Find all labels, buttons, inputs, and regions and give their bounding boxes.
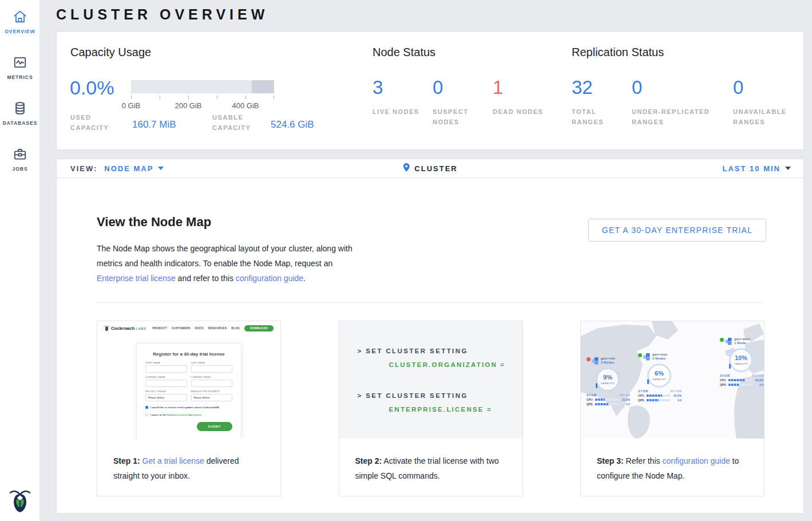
- mini-checkbox-checked: [145, 406, 148, 409]
- step3-card: geo=sfo 2 Nodes 9% CAPACITY 3.2 GiB 351 …: [580, 321, 765, 496]
- node-cube-icon: [725, 337, 732, 345]
- step2-code-block: > SET CLUSTER SETTING CLUSTER.ORGANIZATI…: [339, 321, 522, 439]
- steps-row: Cockroach LABS PRODUCT CUSTOMERS DOCS RE…: [97, 321, 765, 496]
- mini-registration-form: Register for a 30-day trial license FIRS…: [136, 343, 241, 439]
- cockroachdb-logo-icon: [9, 489, 31, 514]
- capacity-percent: 0.0%: [70, 77, 114, 99]
- sidebar-item-databases[interactable]: DATABASES: [0, 101, 40, 126]
- suspect-nodes-value: 0: [433, 77, 443, 98]
- total-ranges-stat: 32 TOTAL RANGES: [572, 77, 632, 127]
- sidebar: OVERVIEW METRICS DATABASES: [0, 0, 40, 521]
- mini-nav-item: BLOG: [231, 327, 240, 330]
- node-marker-sfo: geo=sfo 2 Nodes 9% CAPACITY 3.2 GiB 351 …: [587, 357, 632, 406]
- node-status-dot-red: [587, 357, 591, 361]
- step2-card: > SET CLUSTER SETTING CLUSTER.ORGANIZATI…: [339, 321, 523, 496]
- mini-checkbox-unchecked: [145, 413, 148, 416]
- sidebar-item-jobs[interactable]: JOBS: [0, 147, 40, 172]
- node-cube-icon: [643, 353, 651, 361]
- capacity-usage-title: Capacity Usage: [70, 46, 151, 59]
- mini-nav-item: PRODUCT: [152, 327, 167, 330]
- dead-nodes-label: DEAD NODES: [493, 106, 544, 117]
- under-replicated-ranges-value: 0: [632, 77, 642, 98]
- dead-nodes-stat: 1 DEAD NODES: [493, 77, 553, 127]
- page-title: CLUSTER OVERVIEW: [56, 6, 268, 23]
- home-icon: [13, 16, 27, 26]
- step3-node-map-preview: geo=sfo 2 Nodes 9% CAPACITY 3.2 GiB 351 …: [581, 321, 764, 439]
- section-heading: View the Node Map: [97, 215, 211, 230]
- step2-caption: Step 2: Activate the trial license with …: [339, 439, 522, 483]
- chevron-down-icon: [158, 167, 164, 170]
- gauge-tick-label: 400 GiB: [232, 101, 259, 110]
- suspect-nodes-stat: 0 SUSPECT NODES: [433, 77, 493, 127]
- live-nodes-value: 3: [373, 77, 383, 98]
- step1-caption: Step 1: Get a trial license delivered st…: [97, 439, 280, 483]
- unavailable-ranges-stat: 0 UNAVAILABLE RANGES: [733, 77, 807, 127]
- view-selector-dropdown[interactable]: NODE MAP: [104, 164, 164, 173]
- node-status-dot-green: [720, 338, 724, 342]
- enterprise-trial-license-link[interactable]: Enterprise trial license: [97, 274, 176, 283]
- under-replicated-ranges-label: UNDER-REPLICATED RANGES: [632, 106, 718, 127]
- map-pin-icon: [402, 163, 410, 175]
- cluster-summary-panel: Capacity Usage 0.0% 0 GiB 200 GiB 400 Gi…: [56, 31, 804, 150]
- usable-capacity-value: 524.6 GiB: [271, 119, 314, 131]
- used-capacity-value: 160.7 MiB: [132, 119, 176, 131]
- section-intro: The Node Map shows the geographical layo…: [97, 241, 359, 286]
- mini-submit-button: SUBMIT: [197, 422, 232, 431]
- view-bar: VIEW: NODE MAP CLUSTER LAST 10 MIN: [56, 159, 804, 178]
- metrics-icon: [13, 62, 27, 72]
- database-icon: [13, 108, 27, 117]
- gauge-tick-label: 0 GiB: [122, 101, 141, 110]
- view-label: VIEW:: [70, 164, 97, 173]
- sidebar-item-metrics[interactable]: METRICS: [0, 55, 40, 80]
- briefcase-icon: [13, 153, 27, 163]
- get-trial-license-link[interactable]: Get a trial license: [142, 456, 204, 465]
- mini-nav-item: CUSTOMERS: [172, 327, 191, 330]
- dead-nodes-value: 1: [493, 77, 503, 98]
- time-range-dropdown[interactable]: LAST 10 MIN: [723, 164, 803, 173]
- configuration-guide-link[interactable]: configuration guide: [662, 456, 730, 465]
- cockroach-labs-logo: Cockroach LABS: [104, 325, 146, 331]
- sidebar-item-label: OVERVIEW: [0, 29, 40, 34]
- usable-capacity-label: USABLE CAPACITY: [212, 112, 267, 133]
- replication-status-title: Replication Status: [572, 46, 664, 59]
- under-replicated-ranges-stat: 0 UNDER-REPLICATED RANGES: [632, 77, 733, 127]
- node-marker-ams: geo=ams 1 Node 10% CAPACITY 3.6 GiB 36.6…: [720, 337, 764, 386]
- sidebar-item-label: JOBS: [0, 166, 40, 172]
- step3-caption: Step 3: Refer this configuration guide t…: [581, 439, 764, 483]
- node-cube-icon: [592, 357, 599, 365]
- mini-nav-item: DOCS: [195, 327, 204, 330]
- live-nodes-label: LIVE NODES: [373, 106, 424, 117]
- locality-label: CLUSTER: [414, 164, 457, 173]
- mini-download-button: DOWNLOAD: [244, 325, 274, 331]
- enterprise-trial-button[interactable]: GET A 30-DAY ENTERPRISE TRIAL: [588, 219, 766, 242]
- sidebar-item-label: METRICS: [0, 74, 40, 80]
- node-map-placeholder-panel: View the Node Map GET A 30-DAY ENTERPRIS…: [56, 178, 804, 514]
- configuration-guide-link[interactable]: configuration guide: [236, 274, 303, 283]
- sidebar-item-overview[interactable]: OVERVIEW: [0, 9, 40, 34]
- gauge-tick-label: 200 GiB: [175, 101, 202, 110]
- step1-card: Cockroach LABS PRODUCT CUSTOMERS DOCS RE…: [97, 321, 281, 496]
- used-capacity-label: USED CAPACITY: [70, 112, 125, 133]
- mini-form-title: Register for a 30-day trial license: [145, 352, 232, 357]
- unavailable-ranges-value: 0: [733, 77, 743, 98]
- total-ranges-label: TOTAL RANGES: [572, 106, 623, 127]
- locality-breadcrumb[interactable]: CLUSTER: [402, 163, 457, 175]
- node-status-dot-green: [638, 353, 642, 357]
- unavailable-ranges-label: UNAVAILABLE RANGES: [733, 106, 812, 127]
- mini-nav-item: RESOURCES: [208, 327, 227, 330]
- step1-screenshot: Cockroach LABS PRODUCT CUSTOMERS DOCS RE…: [97, 321, 280, 439]
- node-status-title: Node Status: [373, 46, 435, 59]
- sidebar-item-label: DATABASES: [0, 120, 40, 126]
- node-marker-nyc: geo=nyc 2 Nodes 6% CAPACITY 3.7 GiB 43.7…: [638, 353, 684, 402]
- capacity-gauge: 0 GiB 200 GiB 400 GiB: [131, 80, 274, 110]
- chevron-down-icon: [785, 167, 791, 170]
- suspect-nodes-label: SUSPECT NODES: [433, 106, 484, 127]
- divider: [97, 302, 765, 303]
- live-nodes-stat: 3 LIVE NODES: [373, 77, 433, 127]
- total-ranges-value: 32: [572, 77, 593, 98]
